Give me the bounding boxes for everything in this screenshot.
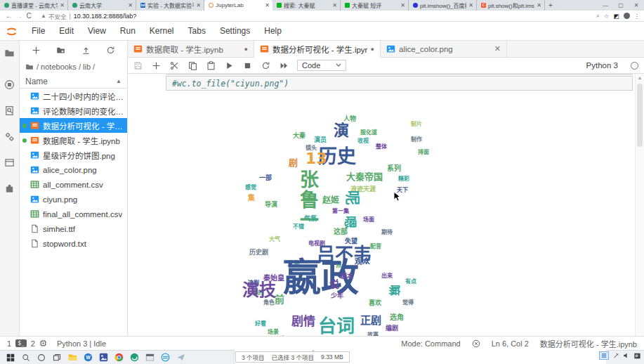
menu-settings[interactable]: Settings [213, 26, 257, 36]
file-item[interactable]: all_comment.csv [20, 177, 127, 192]
file-item[interactable]: 星级评分的饼图.png [20, 148, 127, 162]
menu-edit[interactable]: Edit [52, 26, 81, 36]
tab-close-icon[interactable]: ✕ [468, 2, 473, 8]
document-tab[interactable]: alice_color.png✕ [381, 41, 507, 57]
address-bar[interactable]: 10.30.188.2:8888/lab? [74, 13, 137, 20]
app-window-icon[interactable] [142, 351, 157, 364]
menu-help[interactable]: Help [257, 26, 289, 36]
new-launcher-button[interactable] [32, 46, 41, 55]
browser-tab[interactable]: JupyterLab✕ [204, 0, 272, 11]
run-button[interactable] [225, 61, 234, 70]
palette-icon[interactable] [4, 105, 15, 116]
name-column-header[interactable]: Name [25, 77, 48, 86]
back-button[interactable]: ← [4, 12, 14, 20]
file-item[interactable]: final_all_comment.csv [20, 207, 127, 221]
forward-button[interactable]: → [14, 12, 24, 20]
task-view-icon[interactable] [49, 351, 65, 364]
browser-tab[interactable]: 搜索: 大秦赋✕ [272, 0, 341, 11]
internet-explorer-icon[interactable] [157, 351, 173, 364]
active-file-label[interactable]: 数据分析可视化 - 学生.ipynb [540, 338, 637, 349]
notification-icon[interactable] [472, 339, 480, 348]
file-item[interactable]: 评论数随时间的变化… [20, 103, 127, 118]
file-item[interactable]: 数据爬取 - 学生.ipynb [20, 133, 127, 148]
cortana-icon[interactable] [34, 351, 49, 364]
kernel-status-label[interactable]: Python 3 | Idle [57, 339, 106, 348]
cut-button[interactable] [170, 61, 179, 70]
maximize-button[interactable]: ▢ [613, 0, 629, 11]
kernel-name[interactable]: Python 3 [586, 61, 618, 70]
menu-kernel[interactable]: Kernel [143, 26, 181, 36]
close-button[interactable]: ✕ [629, 0, 644, 11]
tabs-icon-icon[interactable] [4, 157, 15, 168]
file-list-header[interactable]: Name ▲ [20, 74, 127, 89]
menu-tabs[interactable]: Tabs [181, 26, 213, 36]
browser-tab[interactable]: 云南大学✕ [68, 0, 136, 11]
refresh-button[interactable]: C [24, 12, 34, 20]
new-tab-button[interactable]: + [545, 0, 556, 11]
cursor-position-label[interactable]: Ln 6, Col 2 [492, 339, 529, 348]
menu-run[interactable]: Run [113, 26, 143, 36]
tray-ime-icon[interactable] [633, 352, 641, 360]
menu-file[interactable]: File [25, 26, 52, 36]
run-all-button[interactable] [280, 61, 289, 70]
stop-button[interactable] [243, 61, 252, 70]
scroll-up-icon[interactable]: ▲ [636, 74, 644, 80]
tab-close-icon[interactable]: ✕ [400, 2, 405, 8]
tab-close-icon[interactable]: ✕ [494, 44, 501, 53]
extension-icon[interactable]: ◩ [613, 13, 619, 20]
command-mode-label[interactable]: Mode: Command [401, 339, 460, 348]
terminals-count[interactable]: 1 [7, 339, 11, 348]
tab-close-icon[interactable]: ✕ [196, 2, 201, 8]
tray-pin-icon[interactable] [612, 352, 619, 359]
file-item[interactable]: alice_color.png [20, 162, 127, 177]
new-folder-button[interactable] [56, 46, 65, 55]
cell-type-dropdown[interactable]: Code [297, 60, 346, 71]
tray-volume-icon[interactable] [623, 352, 630, 359]
avatar[interactable] [624, 13, 630, 19]
start-icon[interactable] [3, 351, 18, 364]
minimize-button[interactable]: — [598, 0, 613, 11]
browser-tab[interactable]: bd实验 - 大数据实验平台✕ [136, 0, 204, 11]
kernel-status-icon[interactable] [631, 62, 638, 70]
file-explorer-icon[interactable] [65, 351, 80, 364]
tab-close-icon[interactable]: ✕ [537, 2, 541, 8]
scrollbar-thumb[interactable] [637, 84, 643, 147]
browser-tab[interactable]: 大秦赋 短评✕ [341, 0, 409, 11]
chrome-icon[interactable] [111, 351, 126, 364]
file-item[interactable]: simhei.ttf [20, 221, 127, 236]
document-tab[interactable]: 数据爬取 - 学生.ipynb● [128, 41, 254, 57]
files-icon[interactable] [4, 48, 15, 58]
notebook-content[interactable]: #wc.to_file("ciyun.png") 人物演服化道演员收视整体镜头制… [128, 74, 644, 336]
zoom-icon[interactable]: ⌕ [596, 12, 600, 20]
browser-tab[interactable]: 直播课堂 - 云南大学开放平…✕ [0, 0, 68, 11]
security-label[interactable]: 不安全 [48, 12, 67, 20]
kebab-menu-icon[interactable]: ⋮ [634, 13, 640, 20]
paste-button[interactable] [206, 61, 216, 70]
document-tab[interactable]: 数据分析可视化 - 学生.ipynb● [254, 41, 381, 58]
app-plane-icon[interactable] [173, 351, 188, 364]
breadcrumb[interactable]: / notebooks / lib / [20, 59, 127, 74]
scrollbar[interactable]: ▲ [635, 74, 644, 336]
cell-source[interactable]: #wc.to_file("ciyun.png") [172, 79, 289, 89]
menu-view[interactable]: View [81, 26, 113, 36]
search-icon[interactable] [18, 351, 34, 364]
save-button[interactable] [133, 61, 143, 70]
tab-close-icon[interactable]: ✕ [60, 2, 65, 8]
file-item[interactable]: 二十四小时内的评论… [20, 89, 127, 103]
file-item[interactable]: stopword.txt [20, 236, 127, 251]
running-icon[interactable] [4, 79, 15, 90]
inspector-icon[interactable] [4, 131, 15, 142]
app-green-icon[interactable] [126, 351, 142, 364]
tab-close-icon[interactable]: ✕ [332, 2, 337, 8]
app-media-icon[interactable] [96, 351, 111, 364]
star-icon[interactable]: ☆ [604, 13, 610, 20]
browser-tab[interactable]: plt.imshow()_百度搜索✕ [409, 0, 477, 11]
kernels-count[interactable]: 2 [31, 339, 35, 348]
restart-button[interactable] [261, 61, 270, 70]
add-button[interactable] [152, 61, 161, 70]
app-w-icon[interactable]: W [80, 351, 96, 364]
code-cell[interactable]: #wc.to_file("ciyun.png") [166, 76, 633, 91]
upload-button[interactable] [81, 46, 91, 55]
browser-tab[interactable]: Cplt.show()和plt.imshow()…✕ [477, 0, 545, 11]
copy-button[interactable] [188, 61, 197, 70]
